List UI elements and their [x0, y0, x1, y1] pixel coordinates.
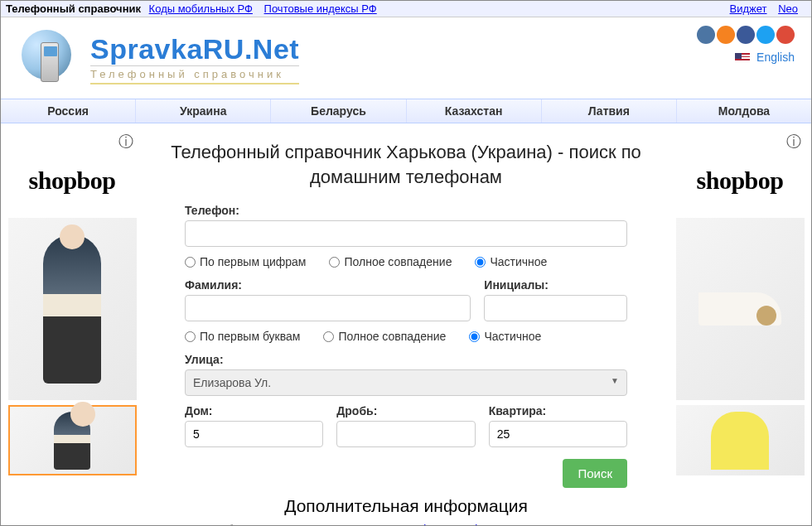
label-street: Улица:	[185, 353, 627, 366]
surname-input[interactable]	[185, 295, 471, 321]
logo-text-main: SpravkaRU.Net	[90, 33, 299, 65]
nav-latvia[interactable]: Латвия	[542, 99, 677, 123]
main-nav: Россия Украина Беларусь Казахстан Латвия…	[1, 99, 811, 123]
summary-label: Обзор справочника:	[217, 523, 337, 526]
ad-right: ⓘ shopbop	[674, 132, 806, 526]
ad-right-image-2[interactable]	[676, 405, 805, 475]
main-content: Телефонный справочник Харькова (Украина)…	[147, 132, 665, 526]
facebook-icon[interactable]	[737, 26, 755, 44]
search-button[interactable]: Поиск	[563, 459, 627, 488]
vk-icon[interactable]	[697, 26, 715, 44]
nav-kazakhstan[interactable]: Казахстан	[407, 99, 542, 123]
logo[interactable]: SpravkaRU.Net Телефонный справочник	[17, 26, 299, 92]
radio-phone-full[interactable]: Полное совпадение	[329, 255, 452, 268]
logo-icon	[17, 26, 84, 92]
ad-left-brand[interactable]: shopbop	[6, 148, 138, 218]
ad-right-image-1[interactable]	[676, 218, 805, 400]
name-match-radios: По первым буквам Полное совпадение Части…	[185, 330, 627, 343]
topbar-link-neo[interactable]: Neo	[778, 2, 798, 15]
topbar-link-widget[interactable]: Виджет	[730, 2, 767, 15]
lang-english-link[interactable]: English	[756, 51, 795, 64]
label-apartment: Квартира:	[489, 404, 627, 417]
additional-info-title: Дополнительная информация	[185, 496, 627, 516]
ad-right-brand[interactable]: shopbop	[674, 148, 806, 218]
summary-line: Обзор справочника: по номеру телефона, п…	[185, 523, 627, 526]
radio-name-first[interactable]: По первым буквам	[185, 330, 300, 343]
header: SpravkaRU.Net Телефонный справочник Engl…	[1, 17, 811, 99]
nav-moldova[interactable]: Молдова	[677, 99, 811, 123]
radio-phone-partial[interactable]: Частичное	[475, 255, 547, 268]
twitter-icon[interactable]	[756, 26, 775, 44]
logo-text-sub: Телефонный справочник	[90, 65, 299, 84]
nav-ukraine[interactable]: Украина	[136, 99, 271, 123]
ok-icon[interactable]	[717, 26, 735, 44]
label-fraction: Дробь:	[336, 404, 475, 417]
summary-link-phone[interactable]: по номеру телефона	[337, 523, 449, 526]
label-surname: Фамилия:	[185, 278, 471, 292]
social-icons	[697, 26, 795, 44]
topbar-link-mobile-codes[interactable]: Коды мобильных РФ	[149, 2, 253, 15]
radio-phone-first[interactable]: По первым цифрам	[185, 255, 306, 268]
ad-left-image-1[interactable]	[8, 218, 137, 400]
fraction-input[interactable]	[336, 421, 475, 447]
phone-input[interactable]	[185, 220, 627, 247]
radio-name-partial[interactable]: Частичное	[469, 330, 541, 343]
initials-input[interactable]	[484, 295, 627, 321]
house-input[interactable]	[185, 421, 323, 447]
topbar: Телефонный справочник Коды мобильных РФ …	[1, 1, 811, 17]
label-house: Дом:	[185, 404, 323, 417]
label-phone: Телефон:	[185, 204, 627, 217]
topbar-title: Телефонный справочник	[6, 2, 141, 15]
flag-us-icon	[735, 53, 750, 63]
nav-belarus[interactable]: Беларусь	[271, 99, 406, 123]
page-title: Телефонный справочник Харькова (Украина)…	[160, 140, 652, 189]
street-select[interactable]: Елизарова Ул.	[185, 369, 627, 396]
topbar-link-postal-codes[interactable]: Почтовые индексы РФ	[264, 2, 377, 15]
label-initials: Инициалы:	[484, 278, 627, 292]
nav-russia[interactable]: Россия	[1, 99, 136, 123]
google-icon[interactable]	[776, 26, 795, 44]
phone-match-radios: По первым цифрам Полное совпадение Части…	[185, 255, 627, 268]
summary-link-street[interactable]: по улицам	[536, 523, 592, 526]
ad-info-icon-right[interactable]: ⓘ	[674, 132, 806, 148]
ad-info-icon[interactable]: ⓘ	[6, 132, 138, 148]
radio-name-full[interactable]: Полное совпадение	[323, 330, 446, 343]
ad-left: ⓘ shopbop	[6, 132, 138, 526]
summary-link-surname[interactable]: по фамилиям	[456, 523, 529, 526]
ad-left-image-2[interactable]	[8, 405, 137, 475]
apartment-input[interactable]	[489, 421, 627, 447]
